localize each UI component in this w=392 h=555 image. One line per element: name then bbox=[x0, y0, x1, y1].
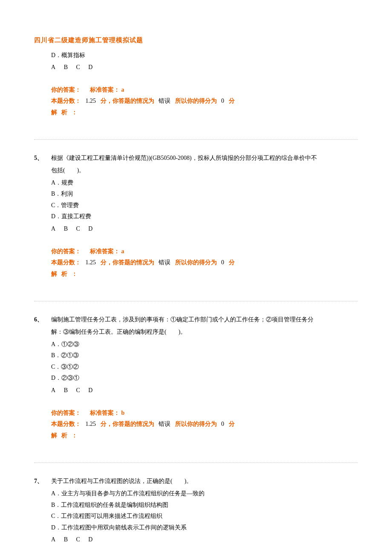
score-line: 本题分数： 1.25 分，你答题的情况为 错误 所以你的得分为 0 分 bbox=[51, 95, 358, 107]
option-d: D．概算指标 bbox=[51, 50, 358, 61]
divider bbox=[34, 462, 358, 463]
standard-answer-label: 标准答案： bbox=[90, 248, 120, 254]
choice-a[interactable]: A bbox=[51, 536, 56, 543]
choice-a[interactable]: A bbox=[51, 387, 56, 393]
choice-a[interactable]: A bbox=[51, 225, 56, 232]
question-text-line1: 关于工作流程与工作流程图的说法，正确的是( )。 bbox=[51, 476, 358, 487]
status: 错误 bbox=[159, 421, 170, 427]
choice-b[interactable]: B bbox=[64, 225, 69, 232]
your-answer-label: 你的答案： bbox=[51, 87, 81, 93]
choice-c[interactable]: C bbox=[76, 536, 81, 543]
choice-c[interactable]: C bbox=[76, 64, 81, 70]
option-a: A．规费 bbox=[51, 177, 358, 189]
question-text-line2: 解：③编制任务分工表。正确的编制程序是( )。 bbox=[51, 327, 358, 338]
standard-answer-value: a bbox=[121, 87, 124, 93]
answer-line: 你的答案： 标准答案： a bbox=[51, 84, 358, 96]
score-prefix: 本题分数： bbox=[51, 98, 81, 104]
option-b: B．利润 bbox=[51, 188, 358, 200]
question-text-line2: 包括( )。 bbox=[51, 165, 358, 176]
divider bbox=[34, 139, 358, 140]
choice-d[interactable]: D bbox=[88, 536, 93, 543]
choice-d[interactable]: D bbox=[88, 387, 93, 393]
choices-row: A B C D bbox=[51, 385, 358, 396]
question-block-partial: D．概算指标 A B C D 你的答案： 标准答案： a 本题分数： 1.25 … bbox=[34, 50, 358, 119]
option-d: D．直接工程费 bbox=[51, 211, 358, 223]
question-text-line1: 根据《建设工程工程量清单计价规范))(GB50500-2008)，投标人所填报的… bbox=[51, 153, 358, 164]
score-suffix: 所以你的得分为 bbox=[175, 421, 217, 427]
option-a: A．①②③ bbox=[51, 339, 358, 350]
status: 错误 bbox=[159, 259, 170, 266]
got-score: 0 bbox=[221, 421, 224, 427]
question-block-7: 7、 关于工作流程与工作流程图的说法，正确的是( )。 A．业主方与项目各参与方… bbox=[34, 476, 358, 555]
question-text-line1: 编制施工管理任务分工表，涉及到的事项有：①确定工作部门或个人的工作任务；②项目管… bbox=[51, 314, 358, 326]
answer-line: 你的答案： 标准答案： b bbox=[51, 408, 358, 419]
analysis-line: 解析： bbox=[51, 269, 358, 280]
option-b: B．工作流程组织的任务就是编制组织结构图 bbox=[51, 500, 358, 511]
choices-row: A B C D bbox=[51, 62, 358, 73]
option-c: C．③①② bbox=[51, 361, 358, 373]
choices-row: A B C D bbox=[51, 534, 358, 546]
page-title: 四川省二级建造师施工管理模拟试题 bbox=[34, 34, 358, 46]
score-unit: 分，你答题的情况为 bbox=[101, 98, 154, 104]
score-unit: 分，你答题的情况为 bbox=[101, 259, 154, 266]
divider bbox=[34, 301, 358, 301]
standard-answer-label: 标准答案： bbox=[90, 87, 120, 93]
option-c: C．工作流程图可以用来描述工作流程组织 bbox=[51, 511, 358, 522]
choices-row: A B C D bbox=[51, 223, 358, 235]
question-number: 5、 bbox=[34, 153, 51, 164]
got-score: 0 bbox=[221, 98, 224, 104]
option-a: A．业主方与项目各参与方的工作流程组织的任务是—致的 bbox=[51, 488, 358, 500]
choice-a[interactable]: A bbox=[51, 64, 56, 70]
option-b: B．②①③ bbox=[51, 350, 358, 361]
question-number: 6、 bbox=[34, 314, 51, 326]
option-d: D．②③① bbox=[51, 373, 358, 384]
analysis-line: 解析： bbox=[51, 107, 358, 119]
analysis-label: 解析： bbox=[51, 271, 82, 277]
score-line: 本题分数： 1.25 分，你答题的情况为 错误 所以你的得分为 0 分 bbox=[51, 419, 358, 430]
got-score: 0 bbox=[221, 259, 224, 266]
score-line: 本题分数： 1.25 分，你答题的情况为 错误 所以你的得分为 0 分 bbox=[51, 257, 358, 269]
question-block-6: 6、 编制施工管理任务分工表，涉及到的事项有：①确定工作部门或个人的工作任务；②… bbox=[34, 314, 358, 441]
score-value: 1.25 bbox=[86, 259, 96, 266]
your-answer-label: 你的答案： bbox=[51, 410, 81, 416]
standard-answer-label: 标准答案： bbox=[90, 410, 120, 416]
analysis-label: 解析： bbox=[51, 109, 82, 116]
status: 错误 bbox=[159, 98, 170, 104]
score-prefix: 本题分数： bbox=[51, 259, 81, 266]
analysis-line: 解析： bbox=[51, 430, 358, 442]
choice-c[interactable]: C bbox=[76, 225, 81, 232]
got-unit: 分 bbox=[229, 259, 235, 266]
choice-d[interactable]: D bbox=[88, 225, 93, 232]
question-number: 7、 bbox=[34, 476, 51, 487]
question-block-5: 5、 根据《建设工程工程量清单计价规范))(GB50500-2008)，投标人所… bbox=[34, 153, 358, 280]
option-d: D．工作流程图中用双向箭线表示工作间的逻辑关系 bbox=[51, 522, 358, 534]
score-unit: 分，你答题的情况为 bbox=[101, 421, 154, 427]
analysis-label: 解析： bbox=[51, 432, 82, 439]
score-suffix: 所以你的得分为 bbox=[175, 259, 217, 266]
score-prefix: 本题分数： bbox=[51, 421, 81, 427]
standard-answer-value: b bbox=[121, 410, 125, 416]
your-answer-label: 你的答案： bbox=[51, 248, 81, 254]
score-value: 1.25 bbox=[86, 98, 96, 104]
choice-b[interactable]: B bbox=[64, 64, 69, 70]
choice-b[interactable]: B bbox=[64, 387, 69, 393]
standard-answer-value: a bbox=[121, 248, 124, 254]
choice-b[interactable]: B bbox=[64, 536, 69, 543]
answer-line: 你的答案： 标准答案： a bbox=[51, 246, 358, 257]
choice-c[interactable]: C bbox=[76, 387, 81, 393]
choice-d[interactable]: D bbox=[88, 64, 93, 70]
got-unit: 分 bbox=[229, 421, 235, 427]
score-suffix: 所以你的得分为 bbox=[175, 98, 217, 104]
got-unit: 分 bbox=[229, 98, 235, 104]
option-c: C．管理费 bbox=[51, 200, 358, 211]
score-value: 1.25 bbox=[86, 421, 96, 427]
